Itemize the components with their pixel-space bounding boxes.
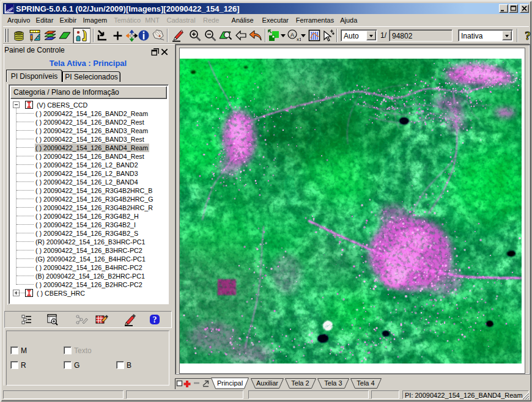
svg-text:Tela 4: Tela 4 [357, 379, 374, 387]
svg-text:Tela 2: Tela 2 [291, 379, 309, 387]
svg-text:A: A [290, 32, 294, 38]
svg-text:Auxiliar: Auxiliar [256, 379, 278, 387]
svg-text:?: ? [153, 315, 157, 324]
svg-text:?: ? [525, 29, 531, 42]
svg-text:Tela 3: Tela 3 [324, 379, 342, 387]
svg-text:Principal: Principal [217, 379, 243, 387]
